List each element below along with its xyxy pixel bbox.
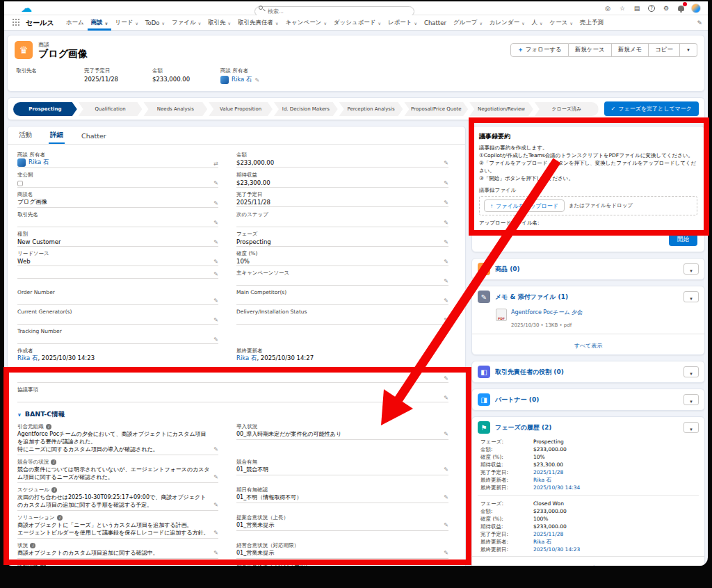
edit-pencil-icon[interactable] (213, 317, 218, 323)
orgswitcher-icon[interactable]: ▤ (633, 4, 641, 13)
nav-tab-todo[interactable]: ToDo (142, 15, 168, 31)
edit-pencil-icon[interactable] (444, 493, 448, 501)
view-all-link[interactable]: すべて表示 (574, 343, 603, 349)
edit-pencil-icon[interactable] (213, 220, 218, 226)
nav-tab-campaigns[interactable]: キャンペーン (282, 15, 330, 31)
path-stage-closed[interactable]: クローズ済み (535, 102, 599, 116)
app-launcher-icon[interactable] (13, 19, 20, 26)
info-icon[interactable]: i (40, 563, 46, 566)
related-actions-dropdown[interactable] (683, 366, 699, 377)
edit-pencil-icon[interactable] (213, 200, 218, 206)
owner-link[interactable]: Rika 石 (29, 158, 49, 167)
global-actions-icon[interactable]: ◎ (604, 4, 612, 13)
tab-chatter[interactable]: Chatter (80, 132, 108, 144)
edit-pencil-icon[interactable] (444, 375, 448, 382)
nav-tab-accounts[interactable]: 取引先 (204, 15, 234, 31)
edit-pencil-icon[interactable] (444, 239, 448, 245)
path-stage-value-proposition[interactable]: Value Proposition (209, 102, 273, 116)
new-case-button[interactable]: 新規ケース (569, 43, 612, 57)
edit-pencil-icon[interactable] (213, 501, 218, 509)
info-icon[interactable]: i (46, 424, 51, 430)
nav-tab-calendar[interactable]: カレンダー (486, 15, 528, 31)
edit-pencil-icon[interactable] (213, 473, 218, 481)
edit-pencil-icon[interactable] (213, 271, 218, 277)
edit-pencil-icon[interactable] (444, 317, 448, 323)
note-title-link[interactable]: Agentforce Pocチーム 夕会 (511, 309, 583, 316)
nav-tab-chatter[interactable]: Chatter (421, 15, 450, 31)
edit-pencil-icon[interactable] (213, 297, 218, 304)
edit-pencil-icon[interactable] (254, 77, 259, 83)
modified-by-link[interactable]: Rika 石 (533, 538, 551, 546)
edit-pencil-icon[interactable] (444, 180, 448, 186)
edit-pencil-icon[interactable] (444, 430, 448, 438)
edit-pencil-icon[interactable] (444, 549, 448, 557)
change-owner-icon[interactable]: ⇄ (213, 161, 218, 167)
edit-navigation-icon[interactable]: ✎ (697, 19, 702, 26)
edit-pencil-icon[interactable] (213, 259, 218, 265)
modified-by-link[interactable]: Rika 石 (236, 354, 257, 361)
edit-pencil-icon[interactable] (444, 395, 448, 401)
owner-link[interactable]: Rika 石 (232, 76, 252, 84)
edit-pencil-icon[interactable] (444, 199, 448, 206)
info-icon[interactable]: i (30, 543, 35, 548)
notifications-icon[interactable] (677, 4, 685, 13)
nav-tab-cases[interactable]: ケース (547, 15, 576, 31)
edit-pencil-icon[interactable] (444, 521, 448, 529)
tab-details[interactable]: 詳細 (49, 131, 65, 144)
nav-tab-contacts[interactable]: 取引先責任者 (234, 15, 282, 31)
nav-tab-home[interactable]: ホーム (63, 15, 88, 31)
edit-pencil-icon[interactable] (213, 446, 218, 453)
private-checkbox[interactable] (17, 181, 23, 186)
follow-button[interactable]: ＋フォローする (510, 43, 569, 57)
upload-file-button[interactable]: ↑ファイルをアップロード (484, 199, 565, 212)
setup-gear-icon[interactable]: ⚙ (662, 4, 670, 13)
path-stage-negotiation[interactable]: Negotiation/Review (469, 102, 533, 116)
nav-tab-reports[interactable]: レポート (385, 15, 421, 31)
related-title-notes[interactable]: メモ & 添付ファイル (1) (495, 293, 568, 302)
related-title-products[interactable]: 商品 (0) (495, 265, 520, 274)
edit-pencil-icon[interactable] (213, 336, 218, 343)
related-title-stage-history[interactable]: フェーズの履歴 (2) (495, 423, 551, 432)
new-note-button[interactable]: 新規メモ (612, 43, 649, 57)
related-actions-dropdown[interactable] (683, 291, 699, 302)
created-by-link[interactable]: Rika 石 (17, 354, 38, 361)
edit-pencil-icon[interactable] (444, 466, 448, 473)
view-all-link[interactable]: すべて表示 (574, 565, 603, 566)
edit-pencil-icon[interactable] (444, 160, 448, 166)
nav-tab-forecasts[interactable]: 売上予測 (576, 15, 607, 31)
copy-button[interactable]: コピー (649, 43, 680, 57)
file-drop-zone[interactable]: ↑ファイルをアップロード またはファイルをドロップ (479, 196, 697, 215)
info-icon[interactable]: i (57, 515, 63, 521)
path-stage-qualification[interactable]: Qualification (79, 102, 143, 116)
edit-pencil-icon[interactable] (213, 180, 218, 186)
related-title-partners[interactable]: パートナー (0) (495, 395, 539, 405)
bantc-section-header[interactable]: ∨BANT-C情報 (17, 405, 455, 422)
edit-pencil-icon[interactable] (444, 259, 448, 265)
edit-pencil-icon[interactable] (444, 278, 448, 284)
nav-tab-people[interactable]: 人 (528, 15, 547, 31)
help-icon[interactable]: ? (647, 4, 656, 13)
user-avatar[interactable] (691, 3, 701, 13)
related-actions-dropdown[interactable] (683, 394, 699, 405)
path-stage-prospecting[interactable]: Prospecting (13, 102, 77, 116)
nav-tab-opportunities[interactable]: 商談 (88, 15, 112, 31)
edit-pencil-icon[interactable] (213, 529, 218, 537)
global-search[interactable] (254, 3, 414, 13)
nav-tab-leads[interactable]: リード (111, 15, 141, 31)
path-stage-needs-analysis[interactable]: Needs Analysis (143, 102, 207, 116)
tab-activity[interactable]: 活動 (17, 131, 33, 144)
path-stage-perception-analysis[interactable]: Perception Analysis (339, 102, 403, 116)
more-actions-dropdown[interactable]: ▼ (680, 43, 697, 57)
modified-by-link[interactable]: Rika 石 (533, 476, 551, 484)
favorites-icon[interactable]: ☆ (618, 4, 626, 13)
note-item[interactable]: PDF Agentforce Pocチーム 夕会 2025/10/30 • 13… (496, 309, 699, 329)
edit-pencil-icon[interactable] (213, 239, 218, 245)
path-stage-proposal[interactable]: Proposal/Price Quote (404, 102, 468, 116)
nav-tab-files[interactable]: ファイル (168, 15, 204, 31)
start-button[interactable]: 開始 (669, 234, 697, 246)
info-icon[interactable]: i (51, 487, 57, 493)
nav-tab-dashboards[interactable]: ダッシュボード (330, 15, 385, 31)
info-icon[interactable]: i (51, 459, 56, 465)
edit-pencil-icon[interactable] (444, 220, 448, 226)
related-actions-dropdown[interactable] (683, 422, 699, 433)
